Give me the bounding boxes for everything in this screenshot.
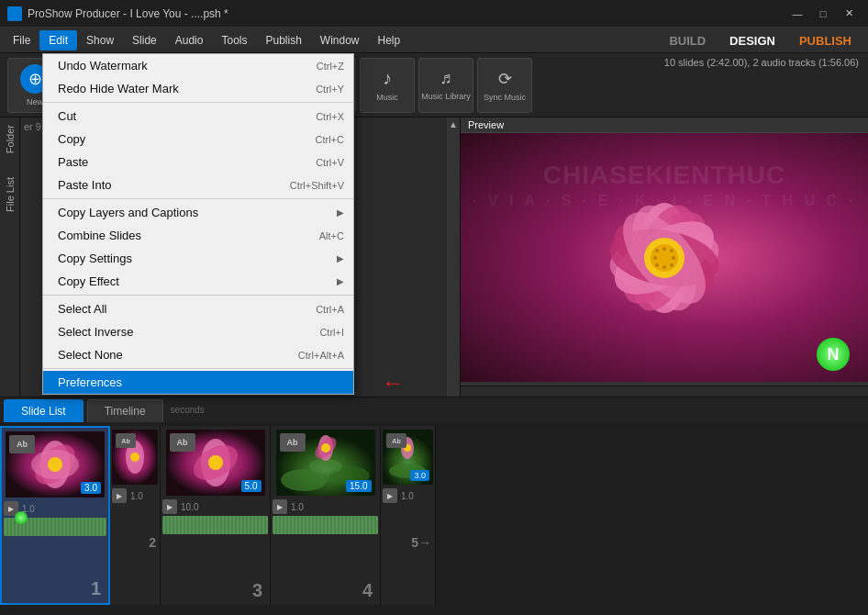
menu-paste[interactable]: Paste Ctrl+V [43,151,353,173]
menu-redo[interactable]: Redo Hide Water Mark Ctrl+Y [43,77,353,100]
menu-copy-settings[interactable]: Copy Settings ▶ [43,247,353,270]
menu-undo[interactable]: Undo Watermark Ctrl+Z [43,54,353,77]
menu-divider-1 [43,102,353,103]
menu-copy[interactable]: Copy Ctrl+C [43,128,353,151]
menu-select-all[interactable]: Select All Ctrl+A [43,297,353,320]
menu-divider-3 [43,295,353,296]
menu-divider-4 [43,368,353,369]
menu-copy-layers[interactable]: Copy Layers and Captions ▶ [43,201,353,224]
menu-combine-slides[interactable]: Combine Slides Alt+C [43,224,353,247]
menu-copy-effect[interactable]: Copy Effect ▶ [43,270,353,293]
menu-select-none[interactable]: Select None Ctrl+Alt+A [43,343,353,366]
menu-select-inverse[interactable]: Select Inverse Ctrl+I [43,320,353,343]
preferences-arrow-indicator: ← [382,370,404,396]
edit-menu: Undo Watermark Ctrl+Z Redo Hide Water Ma… [42,53,354,395]
menu-preferences[interactable]: Preferences ← [43,371,353,394]
menu-divider-2 [43,198,353,199]
menu-overlay: Undo Watermark Ctrl+Z Redo Hide Water Ma… [0,0,868,615]
menu-cut[interactable]: Cut Ctrl+X [43,105,353,128]
menu-paste-into[interactable]: Paste Into Ctrl+Shift+V [43,173,353,196]
